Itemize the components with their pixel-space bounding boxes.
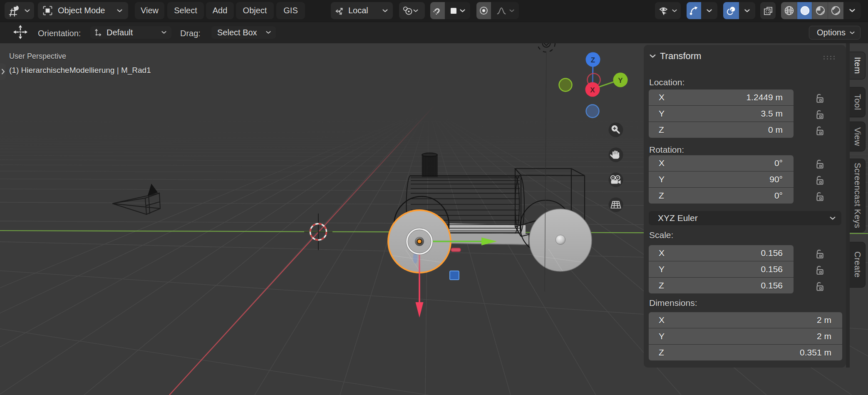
axis-label: Z [659,191,664,201]
falloff-dropdown[interactable] [491,2,519,19]
dimensions-x-field[interactable]: X 2 m [649,312,842,328]
dimensions-y-field[interactable]: Y 2 m [649,328,842,344]
menu-gis[interactable]: GIS [276,2,305,19]
show-gizmo-toggle[interactable] [687,2,701,19]
snap-toggle[interactable] [430,2,445,19]
rotation-z-lock-button[interactable] [812,188,826,204]
nav-minus-y-ball[interactable] [559,79,572,92]
object-visibility-dropdown[interactable] [655,2,681,19]
axis-label: Y [659,331,665,341]
chevron-right-icon [1,69,5,75]
sidebar-tab-tool[interactable]: Tool [850,87,866,117]
orientation-default-icon [93,27,103,37]
shading-wireframe-button[interactable] [781,2,797,19]
axis-label: Y [659,109,665,119]
dimensions-section-label: Dimensions: [649,298,697,308]
tool-settings-bar: Orientation: Default Drag: Select Box Op… [0,22,868,43]
menu-select[interactable]: Select [167,2,204,19]
sidebar-tab-screencast-keys[interactable]: Screencast Keys [850,159,866,232]
gizmo-z-plane-handle[interactable] [450,271,459,280]
rendered-shading-icon [830,5,841,16]
drag-select-box-dropdown[interactable]: Select Box [211,26,276,39]
sidebar-tab-item[interactable]: Item [850,52,866,79]
overlays-icon [726,5,737,16]
scale-z-field[interactable]: Z 0.156 [649,278,794,293]
transform-orientation-dropdown[interactable]: Local [331,2,393,19]
axis-label: Z [659,348,664,358]
rotation-locks [812,155,826,204]
field-value: 90° [769,174,783,184]
snap-target-dropdown[interactable] [445,2,470,19]
mode-dropdown[interactable]: Object Mode [38,2,128,19]
location-x-field[interactable]: X 1.2449 m [649,89,794,105]
rotation-x-lock-button[interactable] [812,155,826,171]
scale-locks [812,245,826,294]
tab-label: Tool [853,94,862,110]
axis-label: Y [659,264,665,274]
location-y-field[interactable]: Y 3.5 m [649,106,794,122]
scale-z-lock-button[interactable] [812,278,826,294]
sidebar-tab-view[interactable]: View [850,122,866,152]
chevron-down-icon [413,9,418,12]
chimney-wireframe[interactable] [422,153,437,177]
nav-y-ball[interactable]: Y [613,73,628,87]
rotation-y-lock-button[interactable] [812,171,826,188]
pivot-point-dropdown[interactable] [399,2,425,19]
menu-view[interactable]: View [135,2,164,19]
location-z-field[interactable]: Z 0 m [649,122,794,138]
perspective-button[interactable] [609,198,623,212]
shading-rendered-button[interactable] [828,2,843,19]
panel-drag-grip-icon[interactable] [823,55,835,60]
view-perspective-label: User Perspective [9,52,66,61]
tab-label: Screencast Keys [853,163,862,229]
orientation-default-dropdown[interactable]: Default [90,26,171,39]
scale-x-field[interactable]: X 0.156 [649,245,794,261]
field-value: 0.156 [761,248,783,258]
options-button[interactable]: Options [809,26,861,40]
menu-add[interactable]: Add [206,2,234,19]
location-y-lock-button[interactable] [812,106,826,122]
location-x-lock-button[interactable] [812,89,826,106]
sidebar-tab-create[interactable]: Create [850,242,866,288]
overlays-dropdown[interactable] [739,2,755,19]
nav-minus-z-ball[interactable] [586,105,599,118]
location-z-lock-button[interactable] [812,122,826,138]
shading-dropdown[interactable] [843,2,861,19]
rotation-y-field[interactable]: Y 90° [649,171,794,187]
dimensions-z-field[interactable]: Z 0.351 m [649,345,842,360]
object-origin-dot [417,239,422,244]
xray-toggle[interactable] [760,2,776,19]
field-value: 3.5 m [761,109,783,119]
nav-x-ball[interactable]: X [585,82,600,97]
location-field-group: X 1.2449 m Y 3.5 m Z 0 m [649,89,794,138]
rotation-mode-dropdown[interactable]: XYZ Euler [649,211,841,225]
tab-label: View [853,127,862,146]
scale-x-lock-button[interactable] [812,245,826,261]
rotation-x-field[interactable]: X 0° [649,155,794,171]
zoom-button[interactable] [609,123,623,137]
editor-type-button[interactable] [5,2,34,19]
nav-z-ball[interactable]: Z [586,52,600,67]
location-locks [812,89,826,138]
axis-label: X [659,248,665,258]
shading-material-button[interactable] [812,2,828,19]
proportional-editing-toggle[interactable] [476,2,491,19]
lock-open-icon [813,247,826,260]
lock-open-icon [813,189,826,202]
location-section-label: Location: [649,77,684,87]
show-overlays-toggle[interactable] [723,2,739,19]
camera-view-button[interactable] [609,173,623,187]
gizmo-xy-plane-handle[interactable] [451,248,461,252]
pivot-point-icon [402,5,413,16]
scale-y-lock-button[interactable] [812,261,826,278]
shading-solid-button[interactable] [797,2,812,19]
pan-button[interactable] [609,148,623,162]
field-value: 2 m [817,331,831,341]
scale-y-field[interactable]: Y 0.156 [649,261,794,277]
toolbar-expand-tab[interactable] [0,63,6,80]
rotation-z-field[interactable]: Z 0° [649,188,794,204]
gizmo-dropdown[interactable] [701,2,717,19]
panel-header[interactable]: Transform [650,51,701,62]
lock-open-icon [813,173,826,186]
menu-object[interactable]: Object [236,2,274,19]
